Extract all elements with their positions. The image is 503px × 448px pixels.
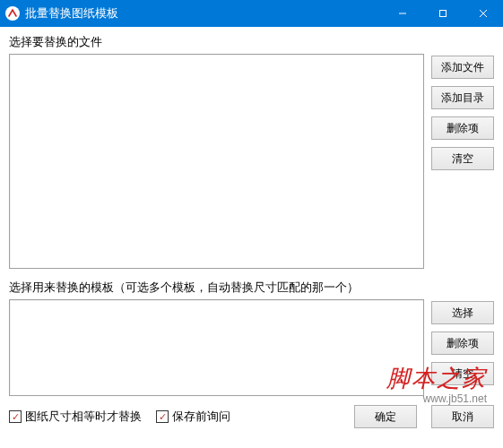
close-button[interactable]: [463, 0, 503, 27]
add-file-button[interactable]: 添加文件: [431, 56, 494, 79]
delete-item-button[interactable]: 删除项: [431, 116, 494, 140]
select-template-button[interactable]: 选择: [431, 301, 494, 324]
files-button-column: 添加文件 添加目录 删除项 清空: [431, 54, 494, 269]
svg-rect-1: [439, 11, 446, 17]
bottom-row: ✓ 图纸尺寸相等时才替换 ✓ 保存前询问 确定 取消: [9, 405, 494, 428]
checkbox-box: ✓: [156, 410, 169, 423]
cancel-button[interactable]: 取消: [431, 405, 494, 428]
same-size-label: 图纸尺寸相等时才替换: [25, 409, 142, 425]
ok-button[interactable]: 确定: [354, 405, 417, 428]
same-size-checkbox[interactable]: ✓ 图纸尺寸相等时才替换: [9, 409, 142, 425]
files-listbox[interactable]: [9, 54, 424, 269]
files-section-label: 选择要替换的文件: [9, 34, 494, 50]
templates-listbox[interactable]: [9, 299, 424, 396]
clear-templates-button[interactable]: 清空: [431, 362, 494, 385]
client-area: 选择要替换的文件 添加文件 添加目录 删除项 清空 选择用来替换的模板（可选多个…: [0, 27, 503, 448]
window-title: 批量替换图纸模板: [25, 5, 382, 22]
titlebar: 批量替换图纸模板: [0, 0, 503, 27]
ask-before-save-label: 保存前询问: [172, 409, 230, 425]
add-directory-button[interactable]: 添加目录: [431, 86, 494, 109]
ask-before-save-checkbox[interactable]: ✓ 保存前询问: [156, 409, 230, 425]
templates-button-column: 选择 删除项 清空: [431, 299, 494, 396]
clear-button[interactable]: 清空: [431, 147, 494, 170]
templates-section-label: 选择用来替换的模板（可选多个模板，自动替换尺寸匹配的那一个）: [9, 280, 494, 296]
app-icon: [5, 6, 20, 21]
minimize-button[interactable]: [382, 0, 422, 27]
maximize-button[interactable]: [422, 0, 463, 27]
delete-template-item-button[interactable]: 删除项: [431, 332, 494, 355]
checkbox-box: ✓: [9, 410, 22, 423]
